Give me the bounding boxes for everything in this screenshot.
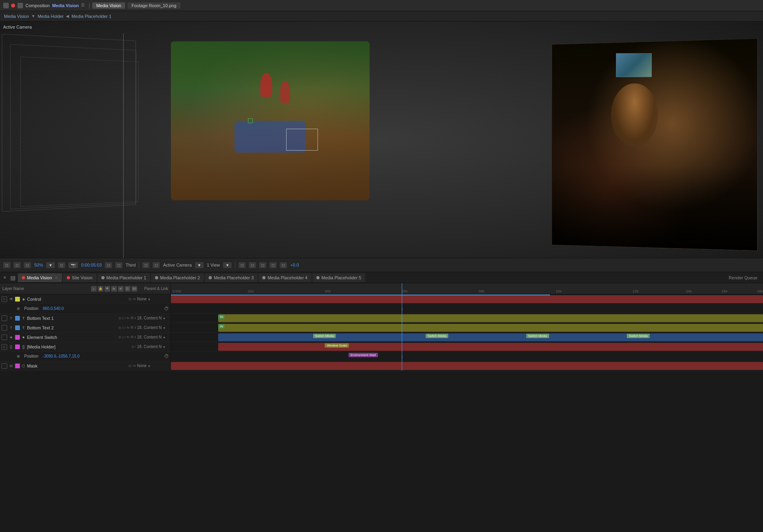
es-diamond-icon[interactable]: ◇ — [122, 335, 124, 339]
clip-mask[interactable] — [171, 362, 763, 370]
layer-element-switch[interactable]: ★ ★ Element Switch ◎ ◇ / fx ⛓ 3 18. Cont… — [0, 333, 170, 342]
layer-bottom-text-1[interactable]: T T Bottom Text 1 ◎ ◇ / fx ⛓ 3 18. Conte… — [0, 313, 170, 323]
layer-parent-control[interactable]: None ▼ — [137, 297, 169, 301]
ctrl-btn-2[interactable]: □ — [14, 262, 21, 268]
tab-media-vision[interactable]: Media Vision ✕ — [18, 273, 62, 282]
layer-lock-icon[interactable]: 🔒 — [98, 286, 103, 292]
ctrl-btn-view[interactable]: □ — [142, 262, 149, 268]
clip-control[interactable] — [171, 295, 763, 303]
layer-eye-bt2[interactable]: T — [8, 325, 14, 331]
ctrl-btn-camera[interactable]: 📷 — [68, 262, 78, 268]
bt2-3d-icon[interactable]: 3 — [134, 326, 136, 329]
mask-fx-icon[interactable]: fx — [134, 364, 136, 368]
render-queue-tab[interactable]: Render Queue — [725, 275, 761, 280]
layer-eye-es[interactable]: ★ — [8, 335, 14, 340]
es-chain-icon[interactable]: ⛓ — [130, 335, 134, 339]
layer-parent-bt2[interactable]: 18. Content N ▼ — [137, 325, 169, 330]
ctrl-btn-10[interactable]: □ — [269, 262, 277, 268]
playhead[interactable] — [402, 283, 402, 371]
layer-icon-fx[interactable]: fx — [134, 297, 136, 301]
bt1-chain-icon[interactable]: ⛓ — [130, 316, 134, 320]
ctrl-btn-7[interactable]: □ — [238, 262, 246, 268]
bt1-diamond-icon[interactable]: ◇ — [122, 316, 124, 320]
tab-list-btn[interactable]: ▤ — [9, 275, 17, 281]
bt2-lock-icon[interactable]: / — [125, 326, 126, 329]
layer-position-1[interactable]: ⊕ Position 960.0,540.0 ⏱ — [0, 304, 170, 313]
breadcrumb-media-vision[interactable]: Media Vision — [4, 14, 29, 19]
menu-icon[interactable]: ☰ — [81, 3, 87, 8]
layer-motion-icon[interactable]: ≋ — [118, 286, 124, 292]
clip-mh-bg[interactable] — [218, 343, 763, 351]
mask-solo-icon[interactable]: ◎ — [128, 364, 131, 368]
layer-eye-bt1[interactable]: T — [8, 315, 14, 321]
layer-parent-es[interactable]: 18. Content N ▼ — [137, 335, 169, 339]
ctrl-btn-9[interactable]: □ — [259, 262, 266, 268]
ctrl-btn-5[interactable]: □ — [105, 262, 112, 268]
clip-bt1-main[interactable] — [218, 314, 763, 322]
layer-expand-bt1[interactable] — [2, 315, 7, 321]
layer-icon-lock[interactable]: / — [132, 297, 133, 301]
layer-eye-mask[interactable]: M — [8, 363, 14, 369]
stopwatch-icon-1[interactable]: ⏱ — [164, 306, 169, 311]
ctrl-btn-zoom[interactable]: ▼ — [46, 262, 55, 268]
layer-bottom-text-2[interactable]: T T Bottom Text 2 ◎ ◇ / fx ⛓ 3 18. Conte… — [0, 323, 170, 333]
bt2-diamond-icon[interactable]: ◇ — [122, 326, 124, 329]
mh-lock-icon[interactable]: / — [135, 345, 136, 348]
ctrl-btn-1[interactable]: □ — [3, 262, 10, 268]
layer-eye-control[interactable]: 👁 — [8, 296, 14, 302]
tab-placeholder-1[interactable]: Media Placeholder 1 — [97, 273, 150, 282]
layer-fx-icon[interactable]: fx — [111, 286, 117, 292]
es-fx-icon[interactable]: fx — [127, 335, 129, 339]
layer-expand-es[interactable] — [2, 335, 7, 340]
tab-placeholder-3[interactable]: Media Placeholder 3 — [205, 273, 258, 282]
layer-icon-solo[interactable]: ◎ — [128, 297, 131, 301]
tab-close-media-vision[interactable]: ✕ — [55, 276, 58, 280]
layer-position-2[interactable]: ⊕ Position -3090.6,-1056.7,15.0 ⏱ — [0, 352, 170, 361]
layer-media-holder[interactable]: ▷ [] [] [Media Holder] ◎ / 18. Content N… — [0, 342, 170, 352]
ctrl-btn-4[interactable]: □ — [58, 262, 65, 268]
ctrl-btn-dropdown[interactable]: ▼ — [195, 262, 204, 268]
layer-view-icon[interactable]: 👁 — [105, 286, 110, 292]
bt1-solo-icon[interactable]: ◎ — [118, 316, 121, 320]
layer-expand-control[interactable]: ▷ — [2, 296, 7, 302]
layer-eye-mh[interactable]: [] — [8, 344, 14, 350]
tab-placeholder-5[interactable]: Media Placeholder 5 — [312, 273, 365, 282]
layer-expand-mh[interactable]: ▷ — [2, 344, 7, 350]
layer-3d-icon[interactable]: 3D — [132, 286, 137, 292]
tab-footage[interactable]: Footage Room_10.png — [128, 2, 180, 9]
bt2-fx-icon[interactable]: fx — [127, 326, 129, 329]
ctrl-btn-11[interactable]: □ — [280, 262, 287, 268]
breadcrumb-media-placeholder-1[interactable]: Media Placeholder 1 — [72, 14, 111, 19]
close-all-btn[interactable]: ✕ — [2, 275, 8, 280]
record-button[interactable] — [11, 4, 15, 8]
layer-mask[interactable]: M ⬡ Mask ◎ / fx None ▼ — [0, 361, 170, 371]
clip-es-bg[interactable] — [218, 333, 763, 341]
layer-parent-mask[interactable]: None ▼ — [137, 364, 169, 368]
tab-media-vision[interactable]: Media Vision — [92, 2, 125, 9]
layer-expand-mask[interactable] — [2, 363, 7, 369]
bt1-lock-icon[interactable]: / — [125, 316, 126, 320]
ctrl-btn-view2[interactable]: □ — [153, 262, 160, 268]
layer-solo-icon[interactable]: ☼ — [91, 286, 97, 292]
ctrl-btn-3[interactable]: □ — [24, 262, 31, 268]
tab-placeholder-2[interactable]: Media Placeholder 2 — [151, 273, 204, 282]
ctrl-btn-6[interactable]: □ — [115, 262, 122, 268]
ctrl-btn-8[interactable]: □ — [249, 262, 256, 268]
tab-site-vision[interactable]: Site Vision — [63, 273, 97, 282]
tab-placeholder-4[interactable]: Media Placeholder 4 — [258, 273, 311, 282]
layer-parent-bt1[interactable]: 18. Content N ▼ — [137, 316, 169, 320]
bt2-chain-icon[interactable]: ⛓ — [130, 326, 134, 329]
stopwatch-icon-2[interactable]: ⏱ — [164, 354, 169, 359]
es-solo-icon[interactable]: ◎ — [118, 335, 121, 339]
mask-lock-icon[interactable]: / — [132, 364, 133, 368]
bt1-3d-icon[interactable]: 3 — [134, 316, 136, 320]
ctrl-btn-layout-dd[interactable]: ▼ — [223, 262, 232, 268]
layer-expand-bt2[interactable] — [2, 325, 7, 331]
bt1-fx-icon[interactable]: fx — [127, 316, 129, 320]
es-3d-icon[interactable]: 3 — [134, 335, 136, 339]
layer-control[interactable]: ▷ 👁 ◈ Control ◎ / fx None ▼ — [0, 294, 170, 304]
bt2-solo-icon[interactable]: ◎ — [118, 326, 121, 329]
mh-solo-icon[interactable]: ◎ — [132, 345, 134, 348]
clip-bt2-main[interactable] — [218, 324, 763, 332]
breadcrumb-media-holder[interactable]: Media Holder — [38, 14, 64, 19]
